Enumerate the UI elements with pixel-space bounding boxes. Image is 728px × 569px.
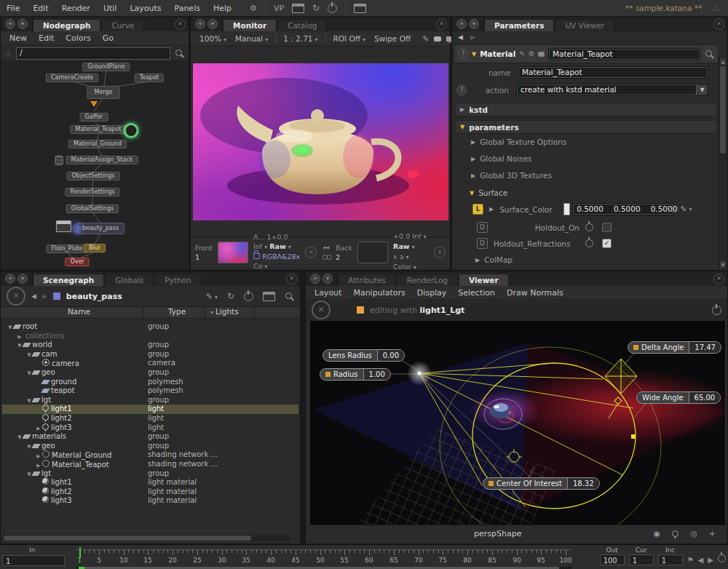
eye-icon[interactable]: ◉ xyxy=(654,529,661,538)
tab-python[interactable]: Python xyxy=(154,274,201,286)
swap-arrow-icon[interactable]: ↔ xyxy=(323,244,330,252)
viewport-toggle[interactable]: VP xyxy=(274,4,284,13)
node-merge[interactable]: Merge xyxy=(87,86,120,99)
power-icon[interactable] xyxy=(328,4,337,13)
pane-add-icon[interactable]: + xyxy=(456,19,467,29)
node-objectsettings[interactable]: ObjectSettings xyxy=(67,172,120,180)
scenegraph-row-light3[interactable]: light3light material xyxy=(2,496,298,506)
menu-panels[interactable]: Panels xyxy=(168,4,207,13)
current-frame-field[interactable]: 1 xyxy=(629,554,654,565)
tab-renderlog[interactable]: RenderLog xyxy=(397,274,458,286)
pill-value[interactable]: 0.00 xyxy=(377,350,404,361)
forward-arrow-icon[interactable]: ▶ xyxy=(470,33,475,41)
help-icon[interactable]: ? xyxy=(458,49,468,59)
node-materialassign-stack[interactable]: MaterialAssign_Stack xyxy=(66,156,138,164)
plus-icon[interactable]: + xyxy=(709,529,716,538)
node-gaffer[interactable]: Gaffer xyxy=(80,113,108,122)
scenegraph-row-lgt[interactable]: ▼lgtgroup xyxy=(2,396,298,405)
menu-edit[interactable]: Edit xyxy=(26,4,55,13)
render-slate-icon[interactable] xyxy=(263,292,275,301)
close-icon[interactable]: ✕ xyxy=(713,274,724,284)
scenegraph-row-material-teapot[interactable]: ▶Material_Teapotshading network ... xyxy=(2,460,298,469)
name-input[interactable]: Material_Teapot xyxy=(518,66,708,79)
nodegraph-menu-go[interactable]: Go xyxy=(97,33,119,43)
scenegraph-row-light2[interactable]: light2light material xyxy=(2,488,298,497)
monitor-control-roi-off[interactable]: ROI Off▾ xyxy=(329,34,371,43)
tab-scenegraph[interactable]: Scenegraph xyxy=(33,274,104,286)
nodegraph-menu-edit[interactable]: Edit xyxy=(33,33,60,43)
timer-icon[interactable] xyxy=(585,239,593,247)
viewer-menu-draw-normals[interactable]: Draw Normals xyxy=(501,288,569,298)
scrollbar-thumb[interactable] xyxy=(4,536,251,541)
tab-monitor[interactable]: Monitor xyxy=(223,19,277,31)
viewer-menu-layout[interactable]: Layout xyxy=(309,288,347,298)
manipulator-pill-radius[interactable]: Radius1.00 xyxy=(320,368,391,381)
collapsed-arrow-icon[interactable]: ▶ xyxy=(489,206,494,212)
aperture-icon[interactable]: ◎ xyxy=(690,529,697,538)
pane-menu-icon[interactable]: ▾ xyxy=(17,19,28,29)
pill-value[interactable]: 17.47 xyxy=(689,342,721,353)
edit-flag-icon[interactable]: ✎ xyxy=(519,50,525,57)
help-icon[interactable]: ? xyxy=(456,85,467,95)
pill-value[interactable]: 18.32 xyxy=(567,478,599,489)
step-forward-icon[interactable]: ▶ xyxy=(708,556,713,565)
scenegraph-row-light1[interactable]: light1light xyxy=(2,405,298,414)
scenegraph-row-lgt[interactable]: ▼lgtgroup xyxy=(2,469,298,479)
default-badge[interactable]: D xyxy=(477,238,488,249)
pane-menu-icon[interactable]: ▾ xyxy=(469,19,479,29)
horizontal-scrollbar[interactable] xyxy=(2,535,290,541)
kstd-section[interactable]: ▶ kstd xyxy=(455,103,717,116)
scenegraph-row-ground[interactable]: groundpolymesh xyxy=(2,378,298,387)
scroll-down-icon[interactable]: ▼ xyxy=(720,261,726,268)
viewer-menu-selection[interactable]: Selection xyxy=(452,288,501,298)
node-over[interactable]: Over xyxy=(65,258,89,266)
frame-ruler[interactable]: 5101520253035404550556065707580859095100… xyxy=(76,549,571,568)
node-beauty-pass[interactable]: beauty_pass xyxy=(76,223,124,234)
node-rendersettings[interactable]: RenderSettings xyxy=(65,188,119,196)
menu-render[interactable]: Render xyxy=(55,4,97,13)
color-values-field[interactable]: 0.50000.50000.5000 xyxy=(572,203,674,215)
node-groundplane[interactable]: GroundPlane xyxy=(82,63,130,71)
wrench-icon[interactable]: ⚙ xyxy=(529,50,534,57)
node-name-field[interactable]: Material_Teapot xyxy=(548,48,701,60)
scrollbar-thumb[interactable] xyxy=(720,66,726,154)
scenegraph-row-geo[interactable]: ▼geogroup xyxy=(2,442,298,451)
group-global-3d-textures[interactable]: ▶Global 3D Textures xyxy=(454,171,719,180)
monitor-control-swipe-off[interactable]: Swipe Off xyxy=(370,34,415,43)
scenegraph-row-cam[interactable]: ▼camgroup xyxy=(2,350,298,359)
node-floln-plate[interactable]: Floln_Plate xyxy=(46,244,87,253)
viewer-menu-display[interactable]: Display xyxy=(411,288,453,298)
tab-nodegraph[interactable]: Nodegraph xyxy=(33,19,100,31)
in-frame-field[interactable]: 1 xyxy=(2,555,65,566)
pill-value[interactable]: 65.00 xyxy=(689,392,721,403)
nodegraph-menu-colors[interactable]: Colors xyxy=(60,33,96,43)
comment-bubble-icon[interactable] xyxy=(434,36,441,41)
forward-arrow-icon[interactable]: ▶ xyxy=(42,293,47,300)
power-icon[interactable] xyxy=(244,292,253,301)
checkbox-holdout-on[interactable] xyxy=(602,223,612,232)
camera-name-label[interactable]: perspShape xyxy=(474,529,521,538)
node-material-ground[interactable]: Material_Ground xyxy=(68,140,127,148)
group-global-texture-options[interactable]: ▶Global Texture Options xyxy=(454,138,719,146)
timer-icon[interactable] xyxy=(718,554,726,565)
render-queue-icon[interactable] xyxy=(354,4,366,13)
light-icon[interactable] xyxy=(672,530,678,537)
group-colmap[interactable]: ▶ColMap xyxy=(454,255,719,264)
warning-icon[interactable]: ⚠ xyxy=(713,3,721,13)
menu-util[interactable]: Util xyxy=(97,4,123,13)
menu-help[interactable]: Help xyxy=(207,4,238,13)
increment-field[interactable]: 1 xyxy=(658,554,683,565)
pane-add-icon[interactable]: + xyxy=(5,19,15,29)
surface-section[interactable]: ▼ Surface xyxy=(454,188,719,197)
monitor-control-100-[interactable]: 100%▾ xyxy=(195,34,231,43)
annotate-pen-icon[interactable]: ✎ xyxy=(422,34,429,44)
pane-add-icon[interactable]: + xyxy=(195,19,205,29)
vertical-scrollbar[interactable]: ▲ ▼ xyxy=(719,57,727,268)
lock-icon[interactable] xyxy=(253,253,260,259)
scenegraph-row-light3[interactable]: ▶light3light xyxy=(2,423,298,433)
search-icon[interactable] xyxy=(705,49,714,59)
node-path-input[interactable]: / xyxy=(16,47,170,60)
power-icon[interactable] xyxy=(712,306,721,315)
scenegraph-row-teapot[interactable]: teapotpolymesh xyxy=(2,386,298,396)
material-node-header[interactable]: ? ▼ Material ✎ ⚙ Material_Teapot xyxy=(454,44,719,63)
